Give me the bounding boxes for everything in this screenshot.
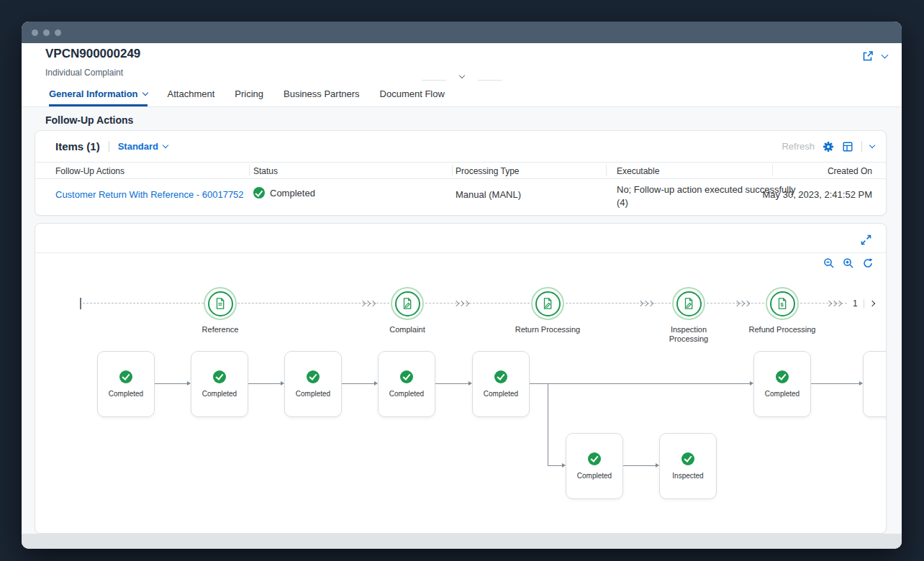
- items-count-label: Items (1): [55, 140, 100, 152]
- column-header-status[interactable]: Status: [253, 166, 278, 176]
- completed-icon: [776, 370, 789, 383]
- reset-icon: [862, 257, 874, 269]
- flow-arrow: [530, 383, 750, 384]
- flow-node-return-processing[interactable]: [531, 287, 564, 320]
- divider: [109, 141, 109, 152]
- flow-status-card[interactable]: Completed: [472, 351, 530, 417]
- window-control-dot[interactable]: [43, 29, 50, 36]
- settings-button[interactable]: [823, 141, 834, 152]
- window-footer: [22, 534, 902, 549]
- tab-attachment[interactable]: Attachment: [168, 85, 215, 106]
- column-header-processing-type[interactable]: Processing Type: [456, 166, 520, 176]
- column-header-follow-up-actions[interactable]: Follow-Up Actions: [55, 166, 124, 176]
- flow-status-card-partial[interactable]: [863, 351, 887, 417]
- flow-direction-icon: [454, 301, 468, 306]
- table-header-row: Follow-Up Actions Status Processing Type…: [35, 162, 886, 179]
- full-screen-button[interactable]: [861, 234, 871, 245]
- flow-status-card[interactable]: Completed: [566, 433, 623, 499]
- card-status-label: Completed: [577, 472, 612, 480]
- tab-business-partners[interactable]: Business Partners: [284, 85, 360, 106]
- flow-direction-icon: [827, 301, 841, 306]
- page-title: VPCN900000249: [45, 47, 140, 61]
- flow-connector: [425, 303, 530, 304]
- reset-zoom-button[interactable]: [862, 257, 874, 269]
- divider: [35, 252, 886, 253]
- gear-icon: [823, 141, 834, 152]
- column-header-created-on[interactable]: Created On: [828, 166, 872, 176]
- flow-status-card[interactable]: Completed: [284, 351, 342, 417]
- table-toolbar-actions: Refresh: [782, 131, 874, 162]
- card-status-label: Completed: [296, 390, 330, 398]
- export-menu-button[interactable]: [870, 145, 874, 147]
- header-actions-dropdown-button[interactable]: [882, 55, 887, 58]
- chevron-down-icon: [142, 90, 148, 96]
- flow-status-card[interactable]: Completed: [378, 351, 435, 417]
- flow-arrow: [248, 383, 281, 384]
- tab-label: Pricing: [235, 88, 263, 99]
- collapse-header-button[interactable]: [453, 76, 471, 85]
- pager-next-button[interactable]: [870, 301, 874, 306]
- column-separator: [772, 165, 773, 175]
- tab-label: Attachment: [168, 88, 215, 99]
- refresh-button[interactable]: Refresh: [782, 141, 815, 152]
- flow-arrow: [623, 465, 656, 466]
- table-toolbar: Items (1) Standard: [55, 131, 168, 162]
- chevron-down-icon: [163, 142, 168, 148]
- flow-status-card[interactable]: Completed: [753, 351, 811, 417]
- follow-up-actions-panel: Items (1) Standard Refresh: [35, 130, 887, 216]
- flow-node-complaint[interactable]: [391, 287, 424, 320]
- column-header-executable[interactable]: Executable: [617, 166, 659, 176]
- flow-node-reference[interactable]: [204, 287, 237, 320]
- tab-general-information[interactable]: General Information: [49, 85, 148, 106]
- status-text: Completed: [270, 188, 315, 199]
- completed-icon: [307, 370, 320, 383]
- expand-icon: [861, 234, 871, 245]
- tab-document-flow[interactable]: Document Flow: [380, 85, 445, 106]
- header-actions: [862, 50, 887, 62]
- flow-status-card[interactable]: Completed: [191, 351, 248, 417]
- table-row[interactable]: Customer Return With Reference - 6001775…: [35, 179, 886, 215]
- view-selector-label: Standard: [118, 141, 158, 152]
- completed-icon: [119, 370, 132, 383]
- flow-node-inspection-processing[interactable]: [672, 287, 705, 320]
- chevron-down-icon: [869, 142, 875, 148]
- window-control-dot[interactable]: [55, 29, 61, 36]
- completed-icon: [213, 370, 226, 383]
- zoom-in-button[interactable]: [843, 257, 854, 269]
- follow-up-action-link[interactable]: Customer Return With Reference - 6001775…: [55, 189, 244, 200]
- flow-node-refund-processing[interactable]: $: [766, 287, 799, 320]
- flow-status-card[interactable]: Completed: [97, 351, 155, 417]
- flow-node-label: Refund Processing: [735, 325, 829, 334]
- card-status-label: Completed: [202, 390, 237, 398]
- svg-text:$: $: [781, 301, 784, 308]
- flow-arrow: [548, 465, 562, 466]
- view-selector[interactable]: Standard: [118, 141, 168, 152]
- card-status-label: Completed: [484, 390, 518, 398]
- export-button[interactable]: [842, 141, 853, 152]
- zoom-out-button[interactable]: [823, 257, 835, 269]
- card-status-label: Inspected: [672, 472, 703, 480]
- chevron-down-icon: [882, 52, 889, 59]
- tab-bar: General Information Attachment Pricing B…: [49, 85, 445, 106]
- share-button[interactable]: [862, 50, 874, 62]
- card-status-label: Completed: [765, 390, 800, 398]
- flow-arrow: [811, 383, 859, 384]
- desktop-background: VPCN900000249 Individual Complaint: [0, 0, 924, 561]
- edit-document-icon: [676, 291, 702, 316]
- flow-direction-icon: [361, 301, 375, 306]
- export-table-icon: [842, 141, 853, 152]
- zoom-toolbar: [823, 257, 874, 269]
- divider: [422, 80, 446, 81]
- edit-document-icon: [395, 291, 420, 316]
- flow-status-card[interactable]: Inspected: [659, 433, 717, 499]
- processing-type-cell: Manual (MANL): [456, 189, 521, 200]
- column-separator: [249, 165, 250, 175]
- flow-direction-icon: [638, 301, 653, 306]
- chevron-right-icon: [869, 301, 874, 306]
- document-icon: [208, 291, 233, 316]
- flow-direction-icon: [735, 301, 749, 306]
- flow-node-label: Return Processing: [501, 325, 594, 334]
- lane-start-marker: [80, 298, 81, 309]
- window-control-dot[interactable]: [32, 29, 38, 36]
- tab-pricing[interactable]: Pricing: [235, 85, 263, 106]
